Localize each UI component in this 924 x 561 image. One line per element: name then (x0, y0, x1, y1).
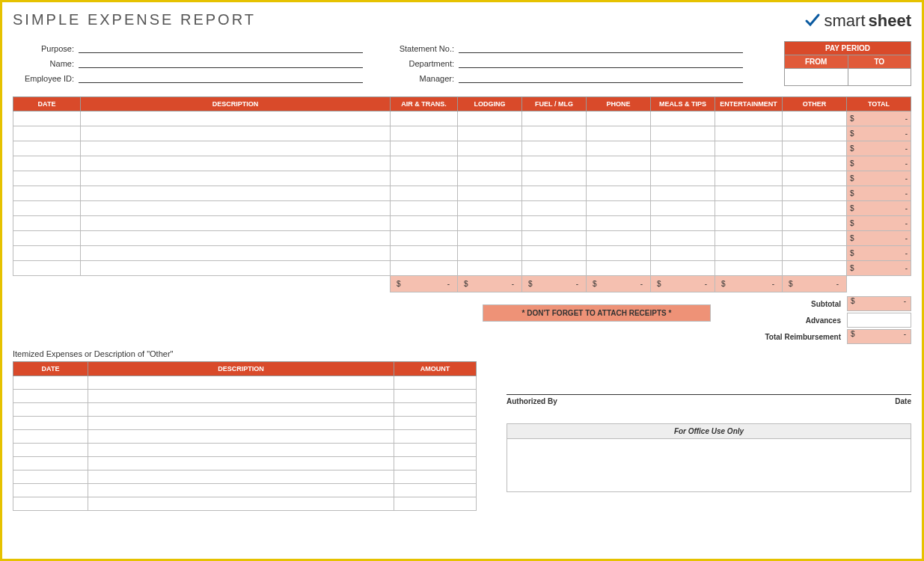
expense-cell[interactable] (81, 171, 391, 186)
expense-cell[interactable] (783, 261, 847, 276)
expense-cell[interactable] (13, 261, 81, 276)
itemized-cell[interactable] (88, 497, 394, 511)
expense-cell[interactable] (587, 156, 651, 171)
expense-cell[interactable] (651, 126, 715, 141)
expense-cell[interactable] (391, 201, 458, 216)
expense-cell[interactable] (458, 141, 522, 156)
itemized-cell[interactable] (13, 444, 88, 457)
expense-cell[interactable] (13, 216, 81, 231)
expense-cell[interactable] (458, 156, 522, 171)
itemized-cell[interactable] (394, 376, 477, 390)
itemized-cell[interactable] (394, 390, 477, 403)
expense-cell[interactable] (651, 171, 715, 186)
expense-cell[interactable] (458, 261, 522, 276)
expense-cell[interactable] (391, 141, 458, 156)
expense-cell[interactable] (13, 231, 81, 246)
expense-cell[interactable] (715, 171, 783, 186)
expense-cell[interactable] (13, 111, 81, 126)
expense-cell[interactable] (522, 246, 587, 261)
expense-cell[interactable] (81, 201, 391, 216)
expense-cell[interactable] (81, 141, 391, 156)
expense-cell[interactable] (651, 261, 715, 276)
expense-cell[interactable] (783, 111, 847, 126)
expense-cell[interactable] (458, 171, 522, 186)
expense-cell[interactable] (783, 126, 847, 141)
expense-cell[interactable] (783, 246, 847, 261)
expense-cell[interactable] (391, 126, 458, 141)
itemized-cell[interactable] (88, 403, 394, 417)
expense-cell[interactable] (522, 126, 587, 141)
itemized-cell[interactable] (13, 390, 88, 403)
field-input[interactable] (79, 71, 363, 83)
expense-cell[interactable] (81, 231, 391, 246)
itemized-cell[interactable] (88, 484, 394, 497)
expense-cell[interactable] (391, 216, 458, 231)
itemized-cell[interactable] (394, 470, 477, 484)
expense-cell[interactable] (458, 231, 522, 246)
expense-cell[interactable] (715, 111, 783, 126)
expense-cell[interactable] (783, 171, 847, 186)
itemized-cell[interactable] (88, 457, 394, 470)
expense-cell[interactable] (651, 186, 715, 201)
itemized-cell[interactable] (88, 444, 394, 457)
expense-cell[interactable] (651, 156, 715, 171)
itemized-cell[interactable] (13, 457, 88, 470)
expense-cell[interactable] (715, 141, 783, 156)
itemized-cell[interactable] (394, 497, 477, 511)
expense-cell[interactable] (587, 231, 651, 246)
itemized-cell[interactable] (88, 470, 394, 484)
pay-period-to-value[interactable] (848, 69, 911, 85)
itemized-cell[interactable] (88, 390, 394, 403)
itemized-cell[interactable] (88, 417, 394, 430)
expense-cell[interactable] (81, 111, 391, 126)
expense-cell[interactable] (522, 261, 587, 276)
expense-cell[interactable] (587, 171, 651, 186)
expense-cell[interactable] (81, 216, 391, 231)
expense-cell[interactable] (783, 231, 847, 246)
itemized-cell[interactable] (13, 403, 88, 417)
expense-cell[interactable] (522, 201, 587, 216)
expense-cell[interactable] (13, 201, 81, 216)
itemized-cell[interactable] (394, 417, 477, 430)
expense-cell[interactable] (522, 111, 587, 126)
expense-cell[interactable] (522, 216, 587, 231)
expense-cell[interactable] (458, 126, 522, 141)
itemized-cell[interactable] (13, 376, 88, 390)
expense-cell[interactable] (715, 156, 783, 171)
expense-cell[interactable] (587, 141, 651, 156)
expense-cell[interactable] (587, 201, 651, 216)
expense-cell[interactable] (651, 231, 715, 246)
expense-cell[interactable] (715, 201, 783, 216)
expense-cell[interactable] (458, 216, 522, 231)
expense-cell[interactable] (783, 156, 847, 171)
expense-cell[interactable] (13, 126, 81, 141)
field-input[interactable] (79, 41, 363, 53)
expense-cell[interactable] (13, 186, 81, 201)
expense-cell[interactable] (391, 156, 458, 171)
field-input[interactable] (79, 56, 363, 68)
expense-cell[interactable] (587, 246, 651, 261)
expense-cell[interactable] (651, 201, 715, 216)
expense-cell[interactable] (458, 246, 522, 261)
expense-cell[interactable] (783, 186, 847, 201)
expense-cell[interactable] (587, 186, 651, 201)
field-input[interactable] (459, 71, 743, 83)
expense-cell[interactable] (458, 111, 522, 126)
itemized-cell[interactable] (13, 497, 88, 511)
expense-cell[interactable] (13, 171, 81, 186)
itemized-cell[interactable] (394, 484, 477, 497)
expense-cell[interactable] (81, 186, 391, 201)
expense-cell[interactable] (391, 231, 458, 246)
advances-value[interactable] (847, 313, 911, 328)
expense-cell[interactable] (391, 261, 458, 276)
field-input[interactable] (459, 56, 743, 68)
expense-cell[interactable] (651, 111, 715, 126)
expense-cell[interactable] (391, 246, 458, 261)
expense-cell[interactable] (81, 261, 391, 276)
expense-cell[interactable] (13, 246, 81, 261)
itemized-cell[interactable] (394, 403, 477, 417)
itemized-cell[interactable] (13, 430, 88, 444)
expense-cell[interactable] (458, 186, 522, 201)
itemized-cell[interactable] (394, 444, 477, 457)
expense-cell[interactable] (651, 216, 715, 231)
